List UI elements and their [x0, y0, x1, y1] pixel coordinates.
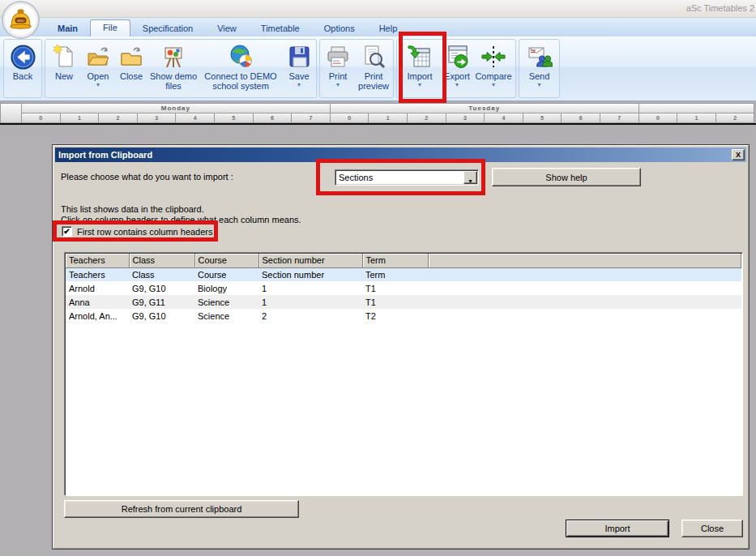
table-cell[interactable]: 1	[258, 281, 362, 295]
compare-button[interactable]: Compare ▾	[472, 41, 515, 96]
table-row[interactable]: AnnaG9, G11Science1T1	[66, 295, 741, 309]
timetable-period-cell: 4	[175, 113, 215, 123]
toolbar-group-file: New Open ▾	[45, 39, 317, 98]
table-cell[interactable]: Arnold	[66, 281, 129, 295]
refresh-clipboard-button[interactable]: Refresh from current clipboard	[64, 500, 299, 518]
new-button[interactable]: New	[46, 41, 82, 96]
table-cell[interactable]: G9, G10	[129, 309, 194, 323]
clipboard-data-table: TeachersClassCourseSection numberTerm Te…	[64, 252, 743, 496]
checkbox-checked-icon[interactable]: ✔	[62, 226, 72, 237]
timetable-period-cell: 0	[330, 113, 369, 123]
toolbar-group-print: Print ▾ Print preview	[319, 39, 394, 98]
timetable-period-cell: 2	[407, 113, 446, 123]
export-label: Export	[444, 71, 470, 81]
toolbar-group-send: Send ▾	[519, 39, 560, 98]
table-cell[interactable]: G9, G11	[129, 295, 194, 309]
table-row[interactable]: ArnoldG9, G10Biology1T1	[66, 281, 741, 295]
timetable-period-cell: 2	[715, 113, 755, 123]
table-cell[interactable]: Class	[129, 267, 194, 281]
back-button[interactable]: Back	[5, 41, 41, 96]
tab-help[interactable]: Help	[367, 20, 410, 36]
connect-demo-button[interactable]: Connect to DEMO school system	[199, 41, 283, 96]
import-button-toolbar[interactable]: Import ▾	[398, 41, 442, 96]
checkbox-label: First row contains column headers	[77, 227, 213, 237]
back-icon	[10, 43, 36, 71]
close-button-dialog[interactable]: Close	[681, 520, 743, 537]
tab-timetable[interactable]: Timetable	[249, 20, 312, 36]
toolbar-group-back: Back	[3, 39, 42, 98]
timetable-period-cell: 3	[137, 113, 177, 123]
table-cell[interactable]: Term	[362, 267, 428, 281]
timetable-period-cell: 6	[561, 113, 600, 123]
table-cell[interactable]: G9, G10	[129, 281, 194, 295]
import-type-dropdown[interactable]: Sections ▼	[335, 169, 479, 186]
toolbar-group-import-export: Import ▾ Export ▾	[396, 39, 516, 98]
import-button-dialog[interactable]: Import	[566, 520, 669, 537]
column-header[interactable]: Course	[194, 254, 258, 267]
table-cell[interactable]: Teachers	[66, 267, 129, 281]
show-demo-files-button[interactable]: Show demo files	[148, 41, 199, 96]
column-header[interactable]: Section number	[258, 254, 362, 267]
table-cell[interactable]: T1	[362, 281, 428, 295]
export-icon	[444, 43, 470, 71]
dialog-title: Import from Clipboard	[58, 150, 152, 160]
tab-view[interactable]: View	[205, 20, 249, 36]
combobox-dropdown-button[interactable]: ▼	[463, 171, 477, 184]
print-preview-button[interactable]: Print preview	[355, 41, 392, 96]
table-cell[interactable]	[428, 295, 741, 309]
open-button[interactable]: Open ▾	[82, 41, 114, 96]
table-cell[interactable]	[428, 309, 741, 323]
dialog-title-bar[interactable]: Import from Clipboard X	[55, 148, 746, 162]
column-header[interactable]: Teachers	[66, 254, 129, 267]
timetable-period-cell: 7	[600, 113, 639, 123]
import-type-value: Sections	[339, 173, 373, 182]
save-floppy-icon	[286, 43, 312, 71]
table-cell[interactable]: Anna	[66, 295, 129, 309]
tab-file[interactable]: File	[90, 19, 130, 36]
asc-bell-logo-icon[interactable]: -asc-	[2, 1, 40, 39]
demo-easel-icon	[160, 43, 186, 71]
export-button[interactable]: Export ▾	[442, 41, 472, 96]
column-header[interactable]: Term	[362, 254, 428, 267]
table-row[interactable]: TeachersClassCourseSection numberTerm	[66, 267, 741, 281]
tab-options[interactable]: Options	[312, 20, 367, 36]
table-cell[interactable]: Course	[194, 267, 258, 281]
dropdown-arrow-icon: ▾	[492, 82, 495, 88]
timetable-period-cell: 3	[446, 113, 485, 123]
table-cell[interactable]	[428, 267, 741, 281]
timetable-days: Monday01234567Tuesday01234567012	[22, 103, 754, 123]
column-header[interactable]	[428, 254, 741, 267]
timetable-period-cell: 5	[214, 113, 254, 123]
close-button[interactable]: Close	[114, 41, 148, 96]
print-preview-icon	[361, 43, 387, 71]
send-mail-icon	[527, 43, 553, 71]
chevron-down-icon: ▼	[468, 178, 473, 184]
table-cell[interactable]: 1	[258, 295, 362, 309]
show-help-button[interactable]: Show help	[492, 168, 641, 186]
table-cell[interactable]: Arnold, An...	[66, 309, 129, 323]
open-folder-icon	[85, 43, 111, 71]
send-button[interactable]: Send ▾	[520, 41, 558, 96]
table-row[interactable]: Arnold, An...G9, G10Science2T2	[66, 309, 741, 323]
connect-demo-label: Connect to DEMO school system	[199, 71, 283, 91]
table-cell[interactable]: 2	[258, 309, 362, 323]
table-cell[interactable]	[428, 281, 741, 295]
first-row-headers-checkbox-row[interactable]: ✔ First row contains column headers	[62, 226, 213, 237]
column-header[interactable]: Class	[129, 254, 194, 267]
tab-specification[interactable]: Specification	[130, 20, 205, 36]
print-button[interactable]: Print ▾	[321, 41, 355, 96]
save-button[interactable]: Save ▾	[283, 41, 315, 96]
timetable-day: Tuesday01234567	[331, 103, 639, 123]
table-cell[interactable]: Science	[194, 309, 258, 323]
dialog-close-icon[interactable]: X	[732, 149, 745, 160]
table-cell[interactable]: Biology	[194, 281, 258, 295]
table-cell[interactable]: Section number	[258, 267, 362, 281]
table-cell[interactable]: Science	[194, 295, 258, 309]
timetable-period-cell: 0	[21, 113, 61, 123]
table-cell[interactable]: T1	[362, 295, 428, 309]
clipboard-table-header: TeachersClassCourseSection numberTerm	[66, 254, 741, 267]
compare-label: Compare	[475, 71, 511, 81]
table-cell[interactable]: T2	[362, 309, 428, 323]
dropdown-arrow-icon: ▾	[418, 82, 421, 88]
tab-main[interactable]: Main	[45, 20, 90, 36]
